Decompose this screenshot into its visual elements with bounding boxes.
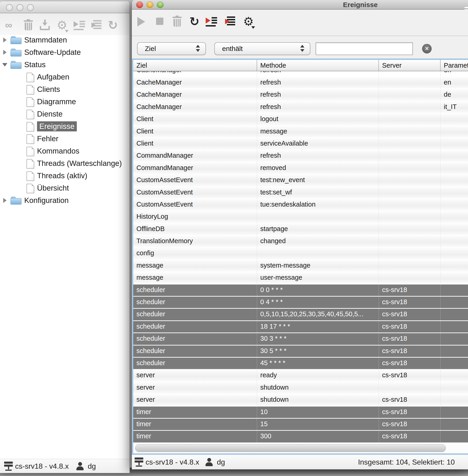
column-header-methode[interactable]: Methode (257, 60, 379, 71)
table-row[interactable]: CustomAssetEventtue:sendeskalation (133, 198, 468, 210)
disclosure-triangle-icon[interactable] (3, 38, 7, 43)
sidebar-item-dienste[interactable]: Dienste (0, 108, 130, 120)
navigator-titlebar[interactable] (0, 1, 130, 13)
cell-ziel: server (133, 381, 257, 393)
table-row[interactable]: serverreadycs-srv18 (133, 369, 468, 381)
table-row[interactable]: servershutdown (133, 381, 468, 393)
sidebar-item-threads-aktiv[interactable]: Threads (aktiv) (0, 170, 130, 182)
table-row[interactable]: Clientlogout (133, 113, 468, 125)
refresh-icon[interactable]: ↻ (108, 19, 119, 32)
table-row[interactable]: CustomAssetEventtest:set_wf (133, 186, 468, 198)
zoom-button-inactive[interactable] (27, 4, 34, 11)
document-icon (27, 85, 34, 95)
cell-parameter (440, 272, 468, 284)
zoom-button[interactable] (157, 1, 164, 8)
cell-ziel: Client (133, 125, 257, 137)
sidebar-item-clients[interactable]: Clients (0, 83, 130, 96)
clear-filter-button[interactable]: ✕ (422, 44, 432, 54)
horizontal-scrollbar[interactable] (133, 442, 468, 453)
minimize-button[interactable] (146, 1, 153, 8)
sidebar-item-übersicht[interactable]: Übersicht (0, 182, 130, 194)
settings-icon[interactable]: ⚙ (57, 19, 68, 32)
sidebar-item-aufgaben[interactable]: Aufgaben (0, 71, 130, 83)
insert-icon[interactable] (91, 19, 103, 32)
table-row[interactable]: CommandManagerremoved (133, 162, 468, 174)
table-row[interactable]: TranslationMemorychanged (133, 235, 468, 247)
cell-methode: refresh (257, 76, 379, 88)
sidebar-item-software-update[interactable]: Software-Update (0, 46, 130, 58)
table-row[interactable]: scheduler0,5,10,15,20,25,30,35,40,45,50,… (133, 308, 468, 320)
minimize-button-inactive[interactable] (16, 4, 23, 11)
disclosure-triangle-icon[interactable] (3, 50, 7, 55)
table-row[interactable]: CacheManagerrefreshen (133, 76, 468, 88)
insert-button[interactable] (225, 15, 237, 29)
table-row[interactable]: ClientserviceAvailable (133, 137, 468, 149)
export-icon[interactable] (39, 19, 51, 32)
cell-ziel: timer (133, 430, 257, 442)
cell-parameter (440, 320, 468, 332)
scrollbar-thumb[interactable] (135, 444, 446, 452)
table-row[interactable]: Clientmessage (133, 125, 468, 137)
cell-methode: user-message (257, 272, 379, 284)
sidebar-item-diagramme[interactable]: Diagramme (0, 96, 130, 108)
cell-server (379, 223, 440, 235)
table-row[interactable]: CacheManagerrefreshde (133, 88, 468, 101)
execute-icon[interactable] (73, 19, 85, 32)
filter-query-input[interactable] (316, 42, 413, 55)
cell-methode: 30 3 * * * (257, 332, 379, 345)
filter-operator-dropdown[interactable]: enthält (214, 42, 310, 55)
table-row[interactable]: scheduler18 17 * * *cs-srv18 (133, 320, 468, 332)
table-row[interactable]: timer300cs-srv18 (133, 430, 468, 442)
table-row[interactable]: OfflineDBstartpage (133, 223, 468, 235)
close-button[interactable] (136, 1, 143, 8)
filter-operator-value: enthält (222, 43, 243, 55)
disclosure-triangle-icon[interactable] (2, 63, 7, 67)
sidebar-item-ereignisse[interactable]: Ereignisse (0, 120, 130, 132)
table-row[interactable]: servershutdowncs-srv18 (133, 393, 468, 406)
execute-button[interactable] (206, 15, 218, 29)
table-row[interactable]: scheduler0 0 * * *cs-srv18 (133, 284, 468, 296)
cell-server (379, 149, 440, 161)
clipped-scrolled-row[interactable]: CacheManagerrefreshen (133, 71, 468, 76)
delete-icon[interactable] (23, 19, 35, 32)
table-row[interactable]: CacheManagerrefreshit_IT (133, 101, 468, 113)
cell-server (379, 113, 440, 125)
sidebar-item-konfiguration[interactable]: Konfiguration (0, 194, 130, 207)
table-row[interactable]: messageuser-message (133, 272, 468, 284)
stop-button[interactable] (156, 15, 168, 29)
table-row[interactable]: timer15cs-srv18 (133, 418, 468, 430)
table-row[interactable]: HistoryLog (133, 210, 468, 223)
filter-field-dropdown[interactable]: Ziel (137, 42, 206, 55)
column-header-parameter[interactable]: Parameter (440, 60, 468, 71)
cell-parameter: it_IT (440, 101, 468, 113)
column-header-server[interactable]: Server (379, 60, 440, 71)
sidebar-item-fehler[interactable]: Fehler (0, 132, 130, 145)
sidebar-item-stammdaten[interactable]: Stammdaten (0, 34, 130, 46)
table-row[interactable]: scheduler45 * * * *cs-srv18 (133, 357, 468, 369)
table-row[interactable]: scheduler30 5 * * *cs-srv18 (133, 345, 468, 357)
table-row[interactable]: config (133, 247, 468, 259)
cell-methode: 0,5,10,15,20,25,30,35,40,45,50,5... (257, 308, 379, 320)
table-row[interactable]: messagesystem-message (133, 259, 468, 272)
sidebar-item-threads-warteschlange[interactable]: Threads (Warteschlange) (0, 157, 130, 170)
document-icon (27, 159, 34, 169)
window-titlebar[interactable]: Ereignisse (132, 0, 468, 10)
column-header-ziel[interactable]: Ziel (133, 60, 257, 71)
play-button[interactable] (136, 15, 149, 29)
refresh-button[interactable]: ↻ (190, 15, 202, 29)
table-row[interactable]: CustomAssetEventtest:new_event (133, 174, 468, 186)
cell-ziel: scheduler (133, 357, 257, 369)
cell-server (379, 198, 440, 210)
table-row[interactable]: timer10cs-srv18 (133, 406, 468, 418)
sidebar-item-kommandos[interactable]: Kommandos (0, 145, 130, 157)
table-row-partial[interactable]: CacheManagerrefreshen (133, 71, 468, 76)
table-row[interactable]: scheduler30 3 * * *cs-srv18 (133, 332, 468, 345)
settings-button[interactable]: ⚙ (243, 15, 255, 29)
table-row[interactable]: CommandManagerrefresh (133, 149, 468, 161)
sidebar-item-status[interactable]: Status (0, 58, 130, 71)
links-icon[interactable]: ∞ (5, 19, 16, 32)
delete-button[interactable] (172, 15, 184, 29)
close-button-inactive[interactable] (6, 4, 13, 11)
disclosure-triangle-icon[interactable] (3, 198, 7, 203)
table-row[interactable]: scheduler0 4 * * *cs-srv18 (133, 296, 468, 308)
